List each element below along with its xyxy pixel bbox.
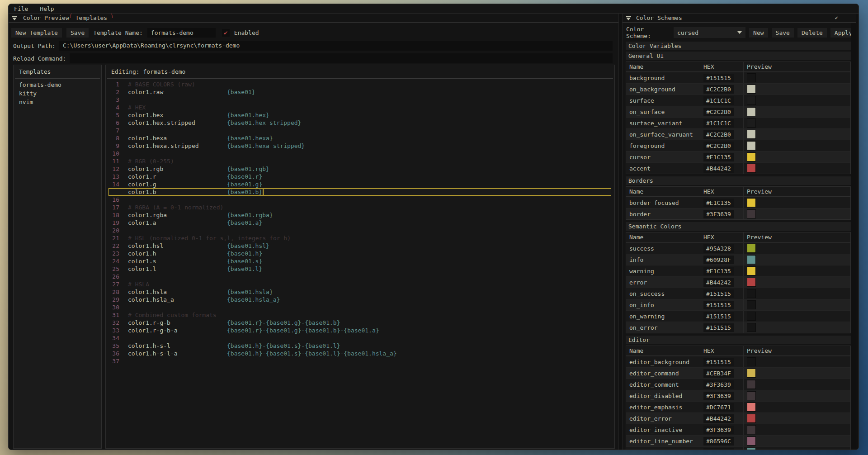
color-swatch[interactable] <box>747 96 756 105</box>
tab-list-popup-icon[interactable] <box>11 16 18 20</box>
section-header-borders[interactable]: Borders <box>626 176 851 185</box>
code-line-15[interactable]: color1.b{base01.b} <box>108 188 611 196</box>
color-hex-input[interactable]: #3F3639 <box>703 380 734 389</box>
menu-bar: File Help <box>9 4 859 14</box>
color-swatch[interactable] <box>747 118 756 128</box>
color-hex-input[interactable]: #C2C2B0 <box>703 142 734 150</box>
section-header-general-ui[interactable]: General UI <box>626 52 851 60</box>
color-hex-input[interactable]: #1C1C1C <box>703 96 734 105</box>
color-swatch[interactable] <box>747 244 756 253</box>
menu-file[interactable]: File <box>14 5 28 12</box>
code-key: color1.b <box>123 189 227 195</box>
color-hex-input[interactable]: #B44242 <box>703 164 734 173</box>
reload-command-input[interactable] <box>70 53 613 63</box>
color-swatch[interactable] <box>747 152 756 161</box>
color-swatch[interactable] <box>747 403 756 412</box>
color-hex-input[interactable]: #1C1C1C <box>703 119 734 128</box>
color-scheme-combo[interactable]: cursed <box>674 27 745 38</box>
color-hex-input[interactable]: #151515 <box>703 323 734 332</box>
color-hex-input[interactable]: #DC7671 <box>703 403 734 412</box>
code-line-28: 28color1.hsla{base01.hsla} <box>106 288 614 296</box>
color-swatch[interactable] <box>747 209 756 218</box>
menu-help[interactable]: Help <box>40 5 54 12</box>
color-swatch[interactable] <box>747 436 756 446</box>
color-hex-cell: #151515 <box>700 288 744 299</box>
output-path-input[interactable]: C:\Users\user\AppData\Roaming\clrsync\fo… <box>59 41 613 51</box>
color-hex-input[interactable]: #95A328 <box>703 244 734 253</box>
new-template-button[interactable]: New Template <box>11 28 62 38</box>
color-hex-input[interactable]: #CEB34F <box>703 369 734 378</box>
color-hex-input[interactable]: #C2C2B0 <box>703 130 734 139</box>
color-hex-input[interactable]: #E1C135 <box>703 153 734 161</box>
color-hex-input[interactable]: #B44242 <box>703 278 734 287</box>
color-hex-input[interactable]: #E1C135 <box>703 199 734 207</box>
header-check-icon[interactable]: ✔ <box>835 14 838 21</box>
color-hex-input[interactable]: #3F3639 <box>703 392 734 400</box>
enabled-checkbox[interactable]: ✔ <box>222 29 230 37</box>
color-swatch[interactable] <box>747 448 756 450</box>
sidebar-item-nvim[interactable]: nvim <box>14 98 101 106</box>
tab-color-preview[interactable]: Color Preview <box>22 14 70 22</box>
color-swatch[interactable] <box>747 85 756 94</box>
color-hex-input[interactable]: #60928F <box>703 448 734 450</box>
color-swatch[interactable] <box>747 425 756 434</box>
color-name: border_focused <box>626 197 700 208</box>
section-header-semantic-colors[interactable]: Semantic Colors <box>626 222 851 231</box>
sidebar-item-kitty[interactable]: kitty <box>14 89 101 98</box>
color-hex-input[interactable]: #3F3639 <box>703 210 734 218</box>
sidebar-item-formats-demo[interactable]: formats-demo <box>14 81 101 89</box>
scheme-new-button[interactable]: New <box>749 28 768 38</box>
tab-templates[interactable]: Templates <box>75 14 108 22</box>
section-header-editor[interactable]: Editor <box>626 336 851 344</box>
color-swatch[interactable] <box>747 73 756 82</box>
color-variables-header[interactable]: Color Variables <box>626 42 851 50</box>
template-code-editor[interactable]: 1# BASE COLORS (raw)2color1.raw{base01}3… <box>106 81 614 448</box>
color-hex-input[interactable]: #151515 <box>703 312 734 321</box>
color-swatch[interactable] <box>747 130 756 139</box>
code-key: color1.h-s-l-a <box>123 350 227 357</box>
color-hex-input[interactable]: #151515 <box>703 301 734 309</box>
color-hex-input[interactable]: #151515 <box>703 289 734 298</box>
code-key: color1.g <box>123 181 227 188</box>
color-swatch[interactable] <box>747 198 756 207</box>
color-swatch[interactable] <box>747 107 756 116</box>
color-swatch[interactable] <box>747 414 756 423</box>
output-path-label: Output Path: <box>13 43 56 49</box>
color-swatch[interactable] <box>747 357 756 366</box>
scheme-delete-button[interactable]: Delete <box>797 28 827 38</box>
color-swatch[interactable] <box>747 141 756 150</box>
color-hex-cell: #CEB34F <box>700 368 744 379</box>
template-name-input[interactable]: formats-demo <box>147 28 216 38</box>
color-swatch[interactable] <box>747 312 756 321</box>
color-hex-input[interactable]: #151515 <box>703 74 734 82</box>
color-swatch[interactable] <box>747 391 756 400</box>
color-swatch[interactable] <box>747 289 756 298</box>
scrollbar-track[interactable] <box>851 23 856 449</box>
color-preview-cell <box>744 209 850 219</box>
color-swatch[interactable] <box>747 323 756 332</box>
color-swatch[interactable] <box>747 164 756 173</box>
color-hex-input[interactable]: #B44242 <box>703 414 734 423</box>
code-key: color1.raw <box>123 89 227 95</box>
color-hex-input[interactable]: #151515 <box>703 358 734 366</box>
color-hex-input[interactable]: #C2C2B0 <box>703 108 734 116</box>
color-hex-input[interactable]: #C2C2B0 <box>703 85 734 94</box>
code-line-23: 23color1.h{base01.h} <box>106 250 614 257</box>
color-swatch[interactable] <box>747 266 756 275</box>
color-swatch[interactable] <box>747 369 756 378</box>
color-hex-input[interactable]: #3F3639 <box>703 426 734 434</box>
save-template-button[interactable]: Save <box>66 28 89 38</box>
color-swatch[interactable] <box>747 300 756 309</box>
code-value: {base01.s} <box>227 258 262 265</box>
color-preview-cell <box>744 311 850 322</box>
color-swatch[interactable] <box>747 278 756 287</box>
code-value: {base01.h}-{base01.s}-{base01.l}-{base01… <box>227 350 397 357</box>
color-hex-input[interactable]: #86596C <box>703 437 734 446</box>
color-swatch[interactable] <box>747 380 756 389</box>
scheme-save-button[interactable]: Save <box>772 28 794 38</box>
tab-list-popup-icon[interactable] <box>625 16 632 20</box>
chevron-down-icon <box>737 31 742 34</box>
color-hex-input[interactable]: #E1C135 <box>703 267 734 275</box>
color-swatch[interactable] <box>747 255 756 264</box>
color-hex-input[interactable]: #60928F <box>703 256 734 264</box>
